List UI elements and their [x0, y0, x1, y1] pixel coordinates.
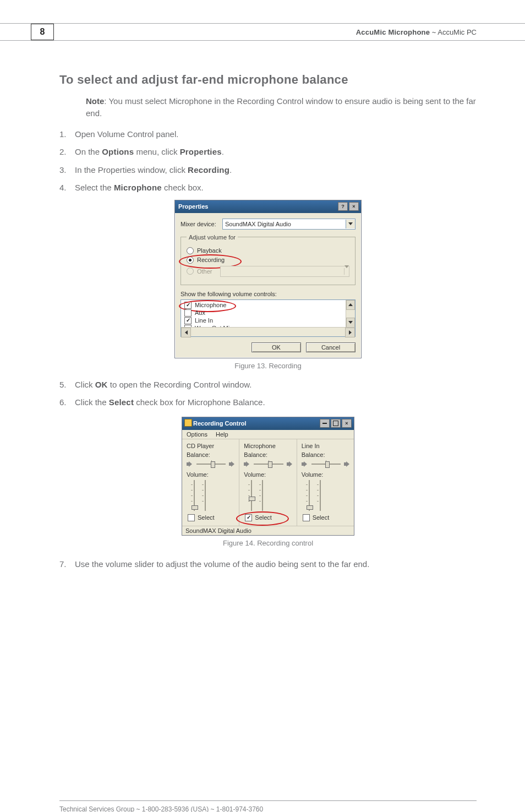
radio-icon[interactable]	[187, 247, 194, 254]
channel-title: Microphone	[244, 443, 293, 449]
balance-label: Balance:	[302, 451, 351, 458]
scrollbar-vertical[interactable]	[346, 300, 355, 328]
scroll-left-icon[interactable]	[181, 328, 191, 337]
speaker-left-icon	[244, 461, 250, 467]
status-bar: SoundMAX Digital Audio	[182, 526, 354, 535]
checkbox-icon[interactable]	[184, 309, 192, 317]
volume-slider[interactable]	[248, 480, 293, 511]
radio-icon[interactable]	[187, 257, 194, 264]
speaker-right-icon	[229, 461, 236, 467]
balance-slider[interactable]	[196, 460, 226, 468]
select-checkbox-linein[interactable]: Select	[302, 514, 351, 521]
mixer-device-value: SoundMAX Digital Audio	[225, 221, 291, 227]
volume-slider[interactable]	[306, 480, 351, 511]
select-label: Select	[313, 514, 330, 521]
checkbox-icon[interactable]	[184, 302, 192, 309]
help-icon[interactable]: ?	[338, 202, 348, 211]
menu-options[interactable]: Options	[187, 431, 207, 438]
mixer-device-dropdown[interactable]: SoundMAX Digital Audio	[222, 219, 356, 230]
page-number-box: 8	[31, 24, 54, 40]
page-footer: Technical Services Group ~ 1-800-283-593…	[59, 800, 477, 812]
properties-title: Properties	[178, 203, 208, 210]
steps-list-b: Click OK to open the Recording Control w…	[59, 379, 477, 409]
properties-titlebar[interactable]: Properties ? ×	[175, 200, 361, 213]
speaker-right-icon	[287, 461, 293, 467]
app-icon	[184, 419, 192, 427]
steps-list-c: Use the volume slider to adjust the volu…	[59, 558, 477, 571]
radio-recording-label: Recording	[197, 257, 225, 263]
balance-label: Balance:	[187, 451, 236, 458]
checkbox-icon[interactable]	[188, 514, 195, 521]
recording-columns: CD Player Balance: Volume:	[182, 439, 354, 526]
ok-button[interactable]: OK	[251, 342, 301, 352]
section-title: To select and adjust far-end microphone …	[59, 73, 477, 87]
maximize-icon[interactable]	[331, 419, 341, 428]
step-5: Click OK to open the Recording Control w…	[59, 379, 477, 391]
step-7: Use the volume slider to adjust the volu…	[59, 558, 477, 571]
scrollbar-horizontal[interactable]	[181, 327, 355, 336]
list-item-linein[interactable]: Line In	[184, 317, 352, 324]
recording-titlebar[interactable]: Recording Control ×	[182, 417, 354, 430]
speaker-left-icon	[302, 461, 308, 467]
checkbox-icon[interactable]	[303, 514, 310, 521]
note-label: Note	[86, 96, 104, 106]
list-item-microphone[interactable]: Microphone	[184, 302, 352, 309]
step-6: Click the Select check box for Microphon…	[59, 396, 477, 409]
channel-cd-player: CD Player Balance: Volume:	[182, 439, 239, 526]
menu-bar[interactable]: Options Help	[182, 430, 354, 439]
radio-recording[interactable]: Recording	[187, 257, 349, 264]
figure-14-caption: Figure 14. Recording control	[59, 539, 477, 547]
select-checkbox-mic[interactable]: Select	[244, 514, 293, 521]
balance-slider[interactable]	[254, 460, 283, 468]
list-item-label: Line In	[195, 317, 213, 324]
scroll-right-icon[interactable]	[345, 328, 355, 337]
select-label: Select	[198, 514, 215, 521]
menu-help[interactable]: Help	[216, 431, 228, 438]
speaker-left-icon	[187, 461, 193, 467]
step-1: Open Volume Control panel.	[59, 128, 477, 141]
volume-controls-label: Show the following volume controls:	[181, 291, 356, 297]
checkbox-icon[interactable]	[245, 514, 252, 521]
volume-label: Volume:	[187, 471, 236, 478]
select-checkbox-cd[interactable]: Select	[187, 514, 236, 521]
balance-slider[interactable]	[311, 460, 341, 468]
adjust-volume-legend: Adjust volume for	[187, 234, 238, 241]
adjust-volume-group: Adjust volume for Playback Recording	[181, 234, 356, 285]
steps-list-a: Open Volume Control panel. On the Option…	[59, 128, 477, 194]
step-3: In the Properties window, click Recordin…	[59, 164, 477, 177]
list-item-label: Microphone	[195, 302, 226, 308]
list-item-aux[interactable]: Aux	[184, 309, 352, 317]
minimize-icon[interactable]	[320, 419, 330, 428]
header-subtitle: ~ AccuMic PC	[430, 28, 477, 36]
speaker-right-icon	[344, 461, 351, 467]
header-title: AccuMic Microphone	[356, 28, 430, 36]
channel-title: CD Player	[187, 443, 236, 449]
list-item-label: Aux	[195, 309, 205, 316]
radio-playback[interactable]: Playback	[187, 247, 349, 254]
page-header: 8 AccuMic Microphone ~ AccuMic PC	[0, 23, 525, 41]
note-text: : You must select Microphone in the Reco…	[86, 96, 476, 118]
scroll-down-icon[interactable]	[346, 318, 355, 328]
cancel-button[interactable]: Cancel	[306, 342, 356, 352]
select-label: Select	[255, 514, 272, 521]
step-4: Select the Microphone check box.	[59, 182, 477, 194]
radio-playback-label: Playback	[197, 247, 222, 254]
recording-title: Recording Control	[193, 420, 247, 427]
other-dropdown-disabled	[220, 266, 349, 277]
radio-other-label: Other	[197, 268, 212, 275]
chevron-down-icon[interactable]	[346, 220, 355, 228]
volume-label: Volume:	[302, 471, 351, 478]
channel-line-in: Line In Balance: Volume:	[297, 439, 354, 526]
close-icon[interactable]: ×	[349, 202, 359, 211]
scroll-up-icon[interactable]	[346, 300, 355, 310]
volume-controls-listbox[interactable]: Microphone Aux Line In	[181, 299, 356, 337]
figure-13-caption: Figure 13. Recording	[59, 362, 477, 370]
chevron-down-icon	[344, 268, 349, 275]
volume-slider[interactable]	[191, 480, 236, 511]
recording-control-window: Recording Control × Options Help CD Play…	[182, 417, 354, 536]
note-paragraph: Note: You must select Microphone in the …	[86, 95, 477, 119]
balance-label: Balance:	[244, 451, 293, 458]
volume-label: Volume:	[244, 471, 293, 478]
close-icon[interactable]: ×	[342, 419, 352, 428]
checkbox-icon[interactable]	[184, 317, 192, 324]
